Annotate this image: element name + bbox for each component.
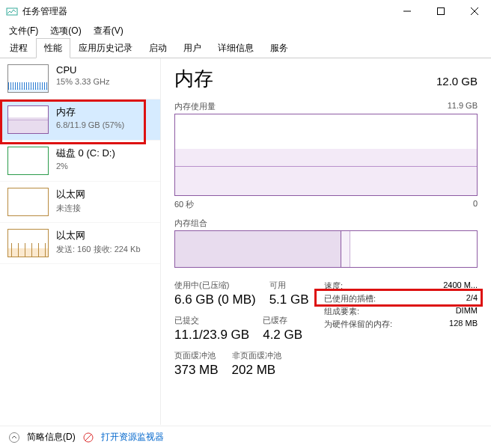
composition-label: 内存组合 [174,218,478,229]
sidebar-item-disk[interactable]: 磁盘 0 (C: D:) 2% [0,141,160,182]
sidebar-eth2-sub: 发送: 160 接收: 224 Kb [56,244,141,255]
fewer-details-link[interactable]: 简略信息(D) [27,431,76,444]
sidebar-item-cpu[interactable]: CPU 15% 3.33 GHz [0,58,160,99]
menu-bar: 文件(F) 选项(O) 查看(V) [0,22,491,39]
sidebar-memory-name: 内存 [56,105,124,119]
memory-total: 12.0 GB [436,75,478,88]
disk-thumb-icon [7,147,49,175]
spec-form-k: 组成要素: [324,306,359,317]
stat-inuse-value: 6.6 GB (0 MB) [174,292,256,307]
sidebar-cpu-name: CPU [56,64,110,76]
tab-services[interactable]: 服务 [262,38,296,58]
taskmgr-icon [6,5,18,17]
open-resmon-link[interactable]: 打开资源监视器 [101,431,164,444]
cpu-thumb-icon [7,64,49,93]
spec-slots-k: 已使用的插槽: [324,293,376,304]
close-button[interactable] [457,0,491,22]
spec-reserved-k: 为硬件保留的内存: [324,319,392,330]
memory-thumb-icon [7,105,49,134]
stat-committed-label: 已提交 [174,315,249,326]
menu-file[interactable]: 文件(F) [4,23,43,39]
sidebar-disk-sub: 2% [56,162,115,171]
memory-detail-pane: 内存 12.0 GB 内存使用量 11.9 GB 60 秒 0 内存组合 使用中… [161,58,491,425]
sidebar-item-ethernet-1[interactable]: 以太网 未连接 [0,182,160,223]
maximize-button[interactable] [424,0,457,22]
sidebar-eth2-name: 以太网 [56,229,141,242]
content-area: CPU 15% 3.33 GHz 内存 6.8/11.9 GB (57%) 磁盘… [0,58,491,425]
menu-view[interactable]: 查看(V) [89,23,128,39]
stat-paged-label: 页面缓冲池 [174,350,219,361]
tab-processes[interactable]: 进程 [1,38,36,58]
performance-sidebar: CPU 15% 3.33 GHz 内存 6.8/11.9 GB (57%) 磁盘… [0,58,161,425]
tab-performance[interactable]: 性能 [36,38,70,58]
spec-form-v: DIMM [456,306,478,317]
stat-committed-value: 11.1/23.9 GB [174,328,249,343]
memory-composition-chart[interactable] [174,230,478,268]
spec-speed-k: 速度: [324,280,343,292]
sidebar-eth1-name: 以太网 [56,188,85,201]
page-title: 内存 [174,66,213,92]
spec-slots-v: 2/4 [466,293,478,304]
sidebar-item-ethernet-2[interactable]: 以太网 发送: 160 接收: 224 Kb [0,223,160,264]
svg-rect-2 [437,8,444,15]
resmon-icon [83,432,94,443]
ethernet-thumb-icon [7,229,49,257]
stat-nonpaged-value: 202 MB [232,363,281,378]
stat-cached-label: 已缓存 [263,315,302,326]
svg-line-6 [85,435,91,441]
xaxis-left: 60 秒 [174,199,194,210]
tab-details[interactable]: 详细信息 [210,38,262,58]
usage-chart-max: 11.9 GB [448,101,478,112]
stat-cached-value: 4.2 GB [263,328,302,343]
usage-chart-label: 内存使用量 [174,101,216,112]
tab-users[interactable]: 用户 [175,38,210,58]
ethernet-thumb-icon [7,188,49,216]
minimize-button[interactable] [390,0,424,22]
tab-bar: 进程 性能 应用历史记录 启动 用户 详细信息 服务 [0,39,491,58]
tab-apphistory[interactable]: 应用历史记录 [70,38,141,58]
spec-reserved-v: 128 MB [449,319,478,330]
sidebar-eth1-sub: 未连接 [56,203,85,214]
stat-paged-value: 373 MB [174,363,219,378]
stat-nonpaged-label: 非页面缓冲池 [232,350,281,361]
footer-bar: 简略信息(D) 打开资源监视器 [0,426,491,448]
sidebar-memory-sub: 6.8/11.9 GB (57%) [56,120,124,129]
memory-usage-chart[interactable] [174,114,478,196]
menu-options[interactable]: 选项(O) [46,23,85,39]
stat-avail-value: 5.1 GB [269,292,309,307]
sidebar-item-memory[interactable]: 内存 6.8/11.9 GB (57%) [0,99,160,141]
tab-startup[interactable]: 启动 [141,38,175,58]
sidebar-disk-name: 磁盘 0 (C: D:) [56,147,115,160]
chevron-up-icon[interactable] [9,432,19,443]
sidebar-cpu-sub: 15% 3.33 GHz [56,77,110,86]
stat-avail-label: 可用 [269,280,309,291]
xaxis-right: 0 [473,199,478,210]
stat-inuse-label: 使用中(已压缩) [174,280,256,291]
window-title: 任务管理器 [22,5,390,18]
window-controls [390,0,491,22]
spec-speed-v: 2400 M... [443,280,478,292]
title-bar: 任务管理器 [0,0,491,22]
